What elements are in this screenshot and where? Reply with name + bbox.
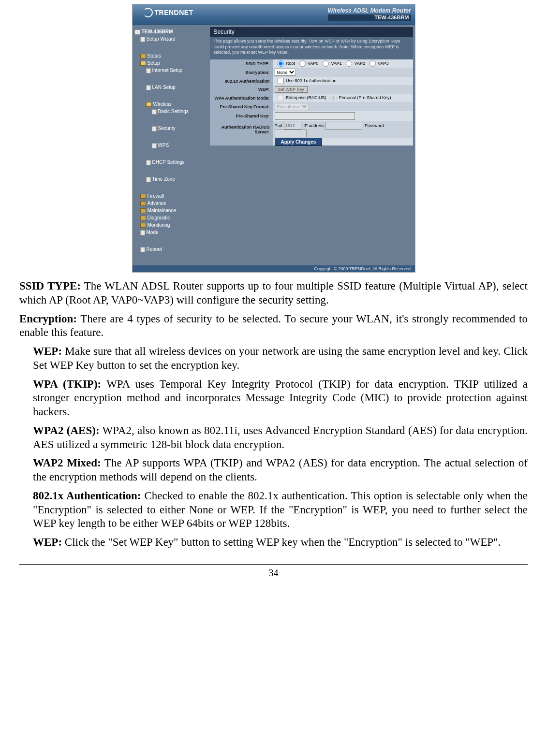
product-model: TEW-436BRM — [328, 15, 411, 21]
ssid-radio-label: Root — [285, 61, 296, 66]
ssid-radio-label: VAP3 — [377, 61, 389, 66]
tree-item[interactable]: WPS — [134, 142, 547, 159]
tree-item[interactable]: LAN Setup — [134, 84, 547, 101]
para-8021x: 802.1x Authentication: Checked to enable… — [19, 489, 528, 531]
ssid-radio[interactable] — [278, 60, 284, 67]
tree-item[interactable]: Diagnostic — [134, 214, 206, 221]
body-area: TEW-436BRMSetup WizardStatusSetupInterne… — [133, 25, 415, 265]
para-wep-btn: WEP: Click the "Set WEP Key" button to s… — [19, 536, 528, 550]
router-security-screenshot: TRENDNET Wireless ADSL Modem Router TEW-… — [132, 4, 415, 273]
tree-item[interactable]: Status — [134, 52, 206, 59]
nav-tree: TEW-436BRMSetup WizardStatusSetupInterne… — [133, 25, 208, 265]
ssid-radio[interactable] — [299, 60, 306, 67]
tree-root[interactable]: TEW-436BRM — [134, 28, 206, 35]
tree-item[interactable]: Monitoring — [134, 221, 206, 229]
para-wap2-mixed: WAP2 Mixed: The AP supports WPA (TKIP) a… — [19, 456, 528, 484]
page-number: 34 — [269, 567, 279, 578]
ssid-radio-label: VAP0 — [307, 61, 320, 66]
tree-item[interactable]: Time Zone — [134, 175, 547, 192]
page-footer: 34 — [19, 564, 528, 579]
tree-item[interactable]: Internet Setup — [134, 67, 547, 84]
header-band: TRENDNET Wireless ADSL Modem Router TEW-… — [133, 4, 415, 25]
psk-fmt-select[interactable]: Passphrase — [275, 103, 309, 110]
product-line: Wireless ADSL Modem Router — [328, 7, 411, 14]
tree-item[interactable]: Security — [134, 125, 547, 142]
ssid-radio[interactable] — [346, 60, 352, 67]
swirl-icon — [143, 8, 153, 17]
tree-item[interactable]: Wireless — [134, 101, 206, 108]
para-wep: WEP: Make sure that all wireless devices… — [19, 345, 528, 373]
ssid-radio[interactable] — [323, 60, 329, 67]
copyright: Copyright © 2009 TRENDnet. All Rights Re… — [133, 265, 415, 272]
para-wpa-tkip: WPA (TKIP): WPA uses Temporal Key Integr… — [19, 378, 528, 419]
ssid-radio-label: VAP2 — [353, 61, 366, 66]
tree-item[interactable]: Advance — [134, 200, 206, 207]
para-encryption: Encryption: There are 4 types of securit… — [19, 312, 528, 340]
brand-logo: TRENDNET — [143, 8, 193, 17]
document-body: SSID TYPE: The WLAN ADSL Router supports… — [19, 279, 528, 550]
tree-item[interactable]: Firewall — [134, 192, 206, 200]
tree-item[interactable]: Maintainance — [134, 207, 206, 214]
tree-item[interactable]: Reboot — [134, 246, 547, 262]
para-ssid-type: SSID TYPE: The WLAN ADSL Router supports… — [19, 279, 528, 307]
tree-item[interactable]: DHCP Settings — [134, 159, 547, 175]
tree-item[interactable]: Setup — [134, 59, 206, 67]
product-id: Wireless ADSL Modem Router TEW-436BRM — [328, 7, 411, 21]
para-wpa2-aes: WPA2 (AES): WPA2, also known as 802.11i,… — [19, 424, 528, 452]
ssid-radio[interactable] — [370, 60, 376, 67]
tree-item[interactable]: Mode — [134, 229, 547, 246]
brand-text: TRENDNET — [155, 9, 193, 16]
tree-item[interactable]: Basic Settings — [134, 108, 547, 125]
tree-item[interactable]: Setup Wizard — [134, 35, 547, 52]
ssid-radio-label: VAP1 — [330, 61, 343, 66]
